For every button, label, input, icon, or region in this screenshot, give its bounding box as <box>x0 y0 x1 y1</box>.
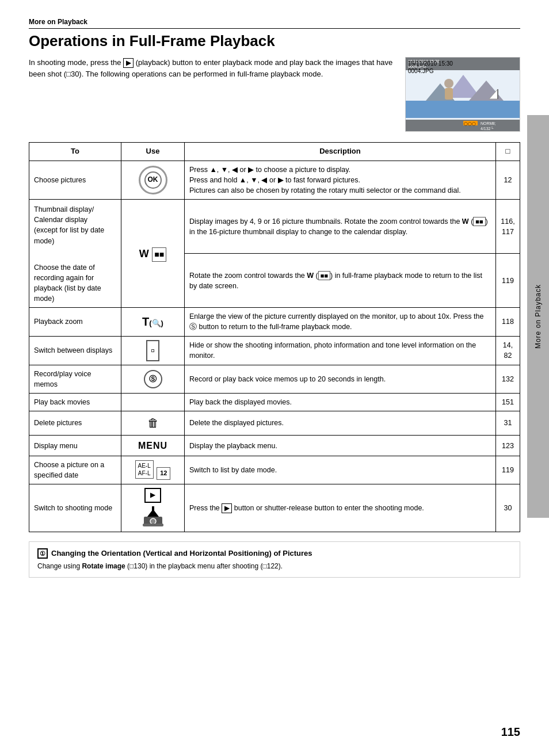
row-desc: Press the ▶ button or shutter-release bu… <box>185 484 496 532</box>
shutter-icon: ▶ <box>126 488 180 528</box>
intro-area: In shooting mode, press the ▶ (playback)… <box>29 57 520 132</box>
calendar-icon: 12 <box>157 467 170 480</box>
trash-icon: 🗑 <box>147 417 159 429</box>
row-ref: 119 <box>496 254 520 308</box>
note-box: ① Changing the Orientation (Vertical and… <box>29 541 520 578</box>
svg-rect-21 <box>143 524 163 526</box>
table-row: Thumbnail display/Calendar display(excep… <box>29 200 520 254</box>
row-use-shutter: ▶ <box>121 484 185 532</box>
camera-preview: 15/11/2010 15:300004.JPG <box>405 57 520 132</box>
row-to: Choose a picture on a specified date <box>29 456 121 484</box>
svg-text:4/132└: 4/132└ <box>481 126 494 131</box>
row-desc: Record or play back voice memos up to 20… <box>185 365 496 393</box>
svg-text:◯◯◯: ◯◯◯ <box>464 122 476 126</box>
ae-af-icon: AE-LAF-L <box>135 460 154 479</box>
top-label: More on Playback <box>29 18 87 26</box>
row-desc: Enlarge the view of the picture currentl… <box>185 308 496 336</box>
table-row: Record/play voice memos Ⓢ Record or play… <box>29 365 520 393</box>
row-use-ok: Ⓢ <box>121 365 185 393</box>
row-desc: Hide or show the shooting information, p… <box>185 336 496 365</box>
row-ref: 116,117 <box>496 200 520 254</box>
row-ref: 151 <box>496 393 520 411</box>
row-use-menu: MENU <box>121 435 185 456</box>
row-to: Switch to shooting mode <box>29 484 121 532</box>
row-ref: 118 <box>496 308 520 336</box>
note-icon: ① <box>37 548 48 559</box>
intro-text: In shooting mode, press the ▶ (playback)… <box>29 57 394 80</box>
page-number: 115 <box>501 726 520 739</box>
row-use: OK <box>121 161 185 199</box>
table-row: Switch between displays ▫ Hide or show t… <box>29 336 520 365</box>
ok-circle-icon: Ⓢ <box>144 370 162 388</box>
table-row: Choose a picture on a specified date AE-… <box>29 456 520 484</box>
svg-rect-8 <box>445 88 453 100</box>
display-button-icon: ▫ <box>146 340 159 361</box>
row-to: Choose pictures <box>29 161 121 199</box>
table-header-row: To Use Description □ <box>29 143 520 161</box>
col-header-desc: Description <box>185 143 496 161</box>
row-desc: Press ▲, ▼, ◀ or ▶ to choose a picture t… <box>185 161 496 199</box>
row-desc: Switch to list by date mode. <box>185 456 496 484</box>
table-row: Choose pictures OK Press ▲, ▼, ◀ or ▶ to… <box>29 161 520 199</box>
table-row: Delete pictures 🗑 Delete the displayed p… <box>29 411 520 435</box>
row-use-t: T(🔍) <box>121 308 185 336</box>
row-use-ae-af: AE-LAF-L 12 <box>121 456 185 484</box>
row-desc: Play back the displayed movies. <box>185 393 496 411</box>
row-use-none <box>121 393 185 411</box>
row-ref: 31 <box>496 411 520 435</box>
row-use-w: W ■■ <box>121 200 185 308</box>
playback-btn-desc: ▶ <box>222 503 232 513</box>
svg-rect-12 <box>406 120 520 132</box>
row-desc: Display images by 4, 9 or 16 picture thu… <box>185 200 496 254</box>
row-ref: 14,82 <box>496 336 520 365</box>
camera-preview-inner: 15/11/2010 15:300004.JPG <box>406 58 520 131</box>
row-use-trash: 🗑 <box>121 411 185 435</box>
playback-btn-inline: ▶ <box>123 58 134 68</box>
ok-button-icon: OK <box>139 166 167 194</box>
col-header-ref: □ <box>496 143 520 161</box>
ref-30: □30 <box>66 70 79 78</box>
row-ref: 123 <box>496 435 520 456</box>
row-to: Record/play voice memos <box>29 365 121 393</box>
col-header-to: To <box>29 143 121 161</box>
top-section: More on Playback <box>29 17 520 29</box>
row-ref: 12 <box>496 161 520 199</box>
svg-point-20 <box>150 518 156 524</box>
row-to: Thumbnail display/Calendar display(excep… <box>29 200 121 308</box>
svg-rect-4 <box>406 101 520 118</box>
main-table: To Use Description □ Choose pictures OK … <box>29 142 520 532</box>
w-button-icon: W <box>139 248 149 259</box>
table-row: Display menu MENU Display the playback m… <box>29 435 520 456</box>
playback-arrow-box: ▶ <box>144 488 161 502</box>
note-text: Change using Rotate image (□130) in the … <box>37 561 512 571</box>
row-use-display: ▫ <box>121 336 185 365</box>
col-header-use: Use <box>121 143 185 161</box>
sidebar: More on Playback <box>527 115 549 518</box>
note-title: ① Changing the Orientation (Vertical and… <box>37 548 512 559</box>
ok-inner-icon: OK <box>144 171 162 189</box>
row-ref: 30 <box>496 484 520 532</box>
menu-icon: MENU <box>138 441 167 450</box>
svg-rect-18 <box>152 506 154 511</box>
row-to: Playback zoom <box>29 308 121 336</box>
row-to: Play back movies <box>29 393 121 411</box>
preview-top-text: 15/11/2010 15:300004.JPG <box>408 60 453 75</box>
row-to: Switch between displays <box>29 336 121 365</box>
row-desc: Delete the displayed pictures. <box>185 411 496 435</box>
table-row: Switch to shooting mode ▶ <box>29 484 520 532</box>
svg-text:NORMⅡ;: NORMⅡ; <box>481 121 495 125</box>
camera-shutter-svg <box>142 506 165 528</box>
sidebar-label: More on Playback <box>534 284 542 349</box>
page: More on Playback More on Playback Operat… <box>0 0 549 756</box>
row-desc: Display the playback menu. <box>185 435 496 456</box>
row-to: Display menu <box>29 435 121 456</box>
row-to: Delete pictures <box>29 411 121 435</box>
row-desc: Rotate the zoom control towards the W (■… <box>185 254 496 308</box>
table-row: Playback zoom T(🔍) Enlarge the view of t… <box>29 308 520 336</box>
row-ref: 132 <box>496 365 520 393</box>
row-ref: 119 <box>496 456 520 484</box>
t-button-icon: T <box>142 315 149 328</box>
note-title-text: Changing the Orientation (Vertical and H… <box>51 548 312 559</box>
page-title: Operations in Full-Frame Playback <box>29 32 520 50</box>
svg-point-7 <box>444 79 453 88</box>
